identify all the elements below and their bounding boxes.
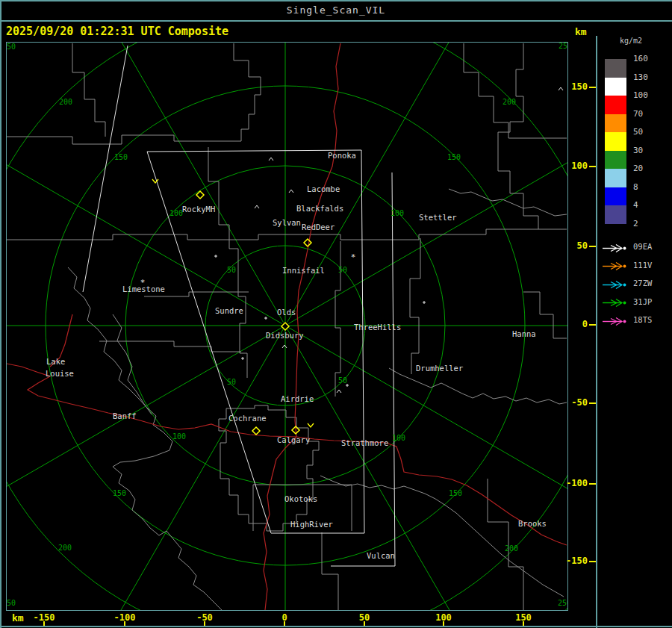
radar-site-row [602,260,630,270]
ring-distance-label: 150 [447,153,461,161]
right-axis-tick [589,166,596,167]
right-axis-units: km [575,26,587,37]
highway-line [296,437,567,545]
boundary-line [389,368,567,404]
vil-scale-color-box [605,78,626,96]
ring-distance-label: 150 [449,489,462,497]
city-label: Okotoks [284,494,317,503]
scan-timestamp: 2025/09/20 01:22:31 UTC Composite [6,25,228,38]
window-title: Single_Scan_VIL [0,4,672,16]
arrow-tip-dot [623,320,626,323]
city-label: Louise [46,369,74,378]
radar-site-arrow-icon [602,298,630,308]
vil-scale-value: 8 [633,181,638,191]
city-label: Lacombe [307,184,340,193]
city-label: Lake [46,357,65,366]
city-label: RockyMH [182,205,215,214]
city-label: Strathmore [341,438,388,447]
right-axis-tick [589,87,596,88]
radial-spoke [287,42,525,323]
ring-distance-label: 250 [6,599,16,607]
station-diamond-marker [304,239,311,246]
vil-scale-value: 50 [633,127,643,137]
caret-marker [269,158,273,161]
boundary-line [72,43,105,137]
ring-distance-label: 200 [503,98,516,106]
plus-marker [264,317,267,320]
radar-site-id: 111V [633,261,652,270]
ring-distance-label: 150 [114,153,128,161]
vil-scale-color-box [605,205,626,224]
city-label: HighRiver [290,520,333,529]
highways [7,43,567,610]
radar-site-row [602,296,630,306]
radar-site-arrow-icon [602,280,630,290]
ring-distance-label: 100 [392,434,405,442]
caret-marker [255,205,259,208]
county-boundaries [7,43,567,610]
plus-marker [423,301,426,304]
radar-site-id: 18TS [633,315,652,324]
vil-scale-color-box [605,169,626,187]
vil-scale-color-box [605,59,626,78]
asterisk-marker: * [351,252,356,262]
city-label: Ponoka [328,151,356,160]
vil-scale-value: 2 [633,218,638,228]
boundary-line [68,267,222,610]
boundary-line [219,405,319,531]
city-label: RedDeer [302,223,335,231]
radar-map: 5050505010010010010015015015015020020020… [6,42,568,611]
radial-spokes [6,42,568,611]
vil-scale-value: 130 [633,72,648,81]
map-markers: ** [140,87,563,435]
right-axis-label: 150 [563,81,588,92]
station-diamond-marker [252,427,260,435]
boundary-line [99,341,241,352]
radial-spoke [46,42,284,323]
caret-marker [337,390,341,393]
scan-outline [83,46,128,292]
ring-distance-label: 100 [169,209,183,217]
station-diamond-marker [281,323,289,330]
boundary-line [322,532,338,610]
vil-scale-value: 4 [633,200,638,210]
vil-scale-value: 20 [633,164,643,173]
plus-marker [241,357,244,360]
vil-scale-value: 160 [633,54,648,63]
boundary-line [464,43,567,138]
ring-distance-label: 150 [113,489,126,497]
boundary-line [410,238,420,374]
city-label: Drumheller [416,364,463,373]
city-label: ThreeHills [354,323,401,332]
radar-site-id: 27ZW [633,279,652,287]
radar-site-id: 31JP [633,297,652,306]
city-label: Didsbury [266,331,304,340]
boundary-line [320,476,564,597]
city-label: Cochrane [228,414,267,423]
window-bottom-border [0,626,672,627]
ring-distance-label: 200 [505,544,518,553]
boundary-line [7,229,567,240]
arrow-tip-dot [623,302,626,305]
vil-scale-color-box [605,132,626,151]
boundary-line [449,189,567,216]
vil-color-scale [605,59,626,224]
ring-distance-label: 250 [558,599,568,607]
ring-distance-label: 100 [172,432,186,441]
right-axis-tick [589,561,596,562]
range-ring [6,42,568,611]
highway-line [295,43,340,437]
vil-scale-color-box [605,96,626,114]
boundary-line [7,43,261,144]
radar-site-row [602,279,630,288]
city-label: Banff [113,411,137,420]
arrow-tip-dot [623,246,626,249]
right-axis-label: -100 [563,478,588,488]
radar-site-row [602,315,630,325]
range-rings [6,42,568,611]
city-label: Calgary [277,435,310,444]
ring-distance-label: 200 [59,98,72,106]
caret-marker [282,345,287,348]
ring-distance-label: 50 [227,378,236,386]
arrow-tip-dot [623,265,626,268]
